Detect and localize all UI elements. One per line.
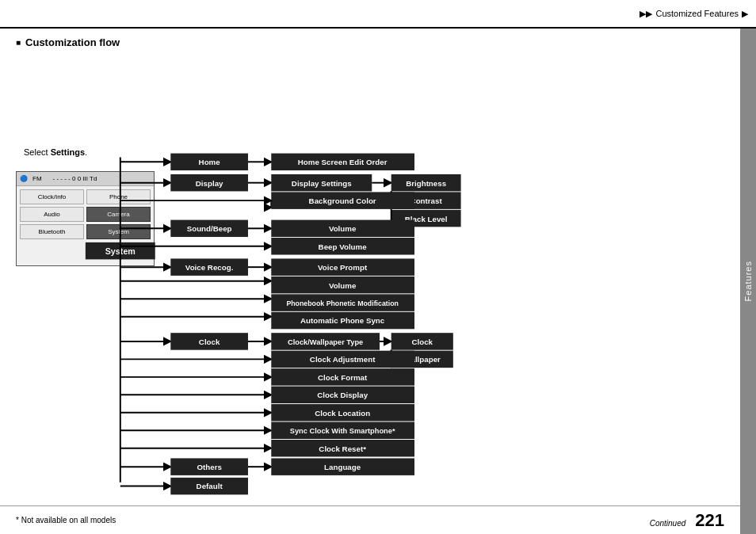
svg-text:Phonebook Phonetic Modificatio: Phonebook Phonetic Modification (286, 299, 398, 307)
svg-text:Voice Prompt: Voice Prompt (318, 263, 368, 272)
svg-text:Clock Display: Clock Display (317, 391, 368, 399)
features-sidebar: Features (740, 29, 756, 534)
nav-arrow-right: ▶ (742, 9, 748, 19)
svg-text:Clock/Wallpaper Type: Clock/Wallpaper Type (288, 338, 363, 346)
main-content: Customization flow Select Settings. 🔵 FM… (0, 29, 740, 534)
svg-text:Others: Others (197, 463, 222, 471)
svg-text:Clock Reset*: Clock Reset* (319, 444, 366, 453)
svg-text:Beep Volume: Beep Volume (319, 242, 368, 251)
nav-arrows: ▶▶ (640, 9, 652, 19)
svg-text:Background Color: Background Color (309, 196, 376, 205)
svg-text:Clock Location: Clock Location (315, 409, 370, 418)
svg-text:Default: Default (197, 482, 223, 490)
section-title: Customization flow (16, 36, 732, 48)
svg-text:Home Screen Edit Order: Home Screen Edit Order (298, 158, 388, 166)
footnote: * Not available on all models (16, 516, 116, 524)
svg-text:Volume: Volume (329, 224, 357, 233)
svg-text:Sync Clock With Smartphone*: Sync Clock With Smartphone* (290, 427, 395, 435)
svg-text:Display Settings: Display Settings (292, 179, 352, 188)
continued-label: Continued (650, 519, 686, 528)
svg-text:Display: Display (196, 179, 223, 188)
nav-label: Customized Features (655, 9, 739, 18)
page-number: 221 (695, 510, 724, 531)
svg-text:Home: Home (199, 158, 221, 166)
top-bar: ▶▶ Customized Features ▶ (0, 0, 756, 29)
svg-text:Clock Format: Clock Format (318, 373, 368, 382)
svg-text:Clock: Clock (199, 338, 220, 346)
svg-text:Automatic Phone Sync: Automatic Phone Sync (300, 316, 385, 325)
flow-diagram: System Home Home Screen Edit Order Displ… (8, 72, 720, 505)
svg-text:Brightness: Brightness (406, 179, 447, 188)
svg-text:Sound/Beep: Sound/Beep (187, 224, 232, 233)
svg-text:Volume: Volume (329, 281, 357, 290)
svg-text:Clock Adjustment: Clock Adjustment (310, 355, 376, 364)
sidebar-label: Features (743, 261, 753, 301)
svg-text:Contrast: Contrast (410, 196, 443, 205)
svg-text:Voice Recog.: Voice Recog. (185, 263, 234, 272)
breadcrumb: ▶▶ Customized Features ▶ (640, 9, 748, 19)
footer: * Not available on all models Continued … (0, 505, 740, 534)
svg-text:Clock: Clock (411, 338, 433, 346)
